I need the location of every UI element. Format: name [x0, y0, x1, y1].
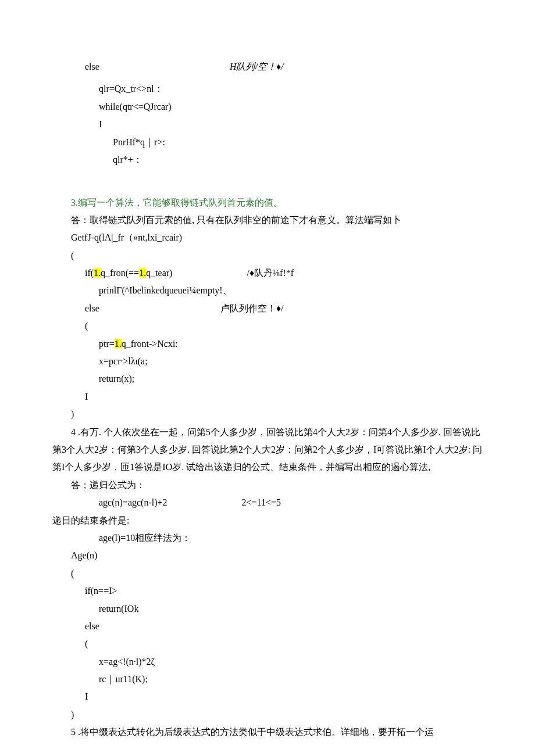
body-text: age(l)=10相应绊法为： — [99, 533, 191, 543]
code-line: I — [52, 688, 483, 705]
code-line: prinlΓ(^Ibelinkedqueuei¼empty!、 — [52, 282, 483, 299]
highlight-text: 1. — [115, 339, 122, 349]
comment-text: H队列/空！♦/ — [230, 58, 284, 76]
code-text: ( — [71, 250, 74, 260]
spacer — [99, 58, 230, 76]
question-4-block: 4 .有万. 个人依次坐在一起，问第5个人多少岁，回答说比第4个人大2岁：问第4… — [52, 424, 483, 476]
code-line: x=ag<!(n·l)*2ζ — [52, 653, 483, 671]
code-text: I — [85, 392, 88, 402]
code-line: else H队列/空！♦/ — [52, 58, 483, 76]
code-text: ) — [71, 409, 74, 419]
formula-left: agc(n)=agc(n-l)+2 — [99, 494, 167, 511]
code-text: rc｜ur11(K); — [99, 674, 148, 684]
code-text: ( — [71, 568, 74, 578]
code-text: ( — [85, 639, 88, 648]
code-line: ( — [52, 247, 483, 264]
highlight-text: 1. — [139, 268, 146, 278]
answer-line: 答：取得链式队列百元索的值, 只有在队列非空的前途下才有意义。算法端写如卜 — [52, 212, 483, 229]
body-text: 递日的结束条件是: — [52, 515, 129, 525]
code-text: I — [99, 119, 102, 129]
code-text: x=pcr·>lλι(a; — [99, 356, 148, 366]
code-line: ptr=1.q_front->Ncxi: — [52, 335, 483, 353]
code-text: I — [85, 691, 88, 701]
code-line: GetfJ-q(lA|_fr（»nt,lxi_rcair) — [52, 229, 483, 246]
code-text: qlr=Qx_tr<>nl： — [99, 84, 163, 94]
body-text: 答；递归公式为： — [71, 480, 145, 490]
code-left: if(1.q_fron(==1.q_tear) — [85, 264, 172, 282]
heading-text: 3.编写一个算法，它能够取得链式队列首元素的值。 — [71, 198, 283, 207]
q5-text: .将中缀表达式转化为后级表达式的方法类似于中级表达式求伯。详细地，要开拓一个运 — [76, 727, 434, 737]
comment-text: 卢队列作空！♦/ — [220, 300, 284, 317]
answer-label: 答；递归公式为： — [52, 476, 483, 494]
code-text: x=ag<!(n·l)*2ζ — [99, 657, 155, 667]
code-text: q_fron(== — [101, 268, 139, 278]
code-line: ( — [52, 317, 483, 335]
q4-number: 4 — [52, 427, 76, 437]
gap — [52, 76, 483, 80]
code-line: qlr*+： — [52, 151, 483, 169]
code-line: if(n==I> — [52, 582, 483, 600]
code-line: x=pcr·>lλι(a; — [52, 353, 483, 370]
code-text: PnrHf*q｜r>: — [113, 137, 165, 147]
code-line: I — [52, 388, 483, 406]
spacer — [99, 300, 220, 317]
section-gap — [52, 169, 483, 194]
code-text: else — [85, 621, 99, 631]
code-line: ) — [52, 406, 483, 423]
code-line: ) — [52, 706, 483, 723]
document-page: else H队列/空！♦/ qlr=Qx_tr<>nl： while(qtr<=… — [0, 0, 535, 756]
highlight-text: 1. — [94, 268, 101, 278]
code-line: while(qtr<=QJrcar) — [52, 98, 483, 116]
code-text: if(n==I> — [85, 586, 117, 596]
code-text: ) — [71, 710, 74, 719]
code-line: ( — [52, 565, 483, 582]
code-line: PnrHf*q｜r>: — [52, 134, 483, 151]
code-text: return(x); — [99, 374, 134, 384]
else-keyword: else — [85, 58, 99, 76]
code-line: I — [52, 116, 483, 133]
code-line: rc｜ur11(K); — [52, 671, 483, 688]
question-3-title: 3.编写一个算法，它能够取得链式队列首元素的值。 — [52, 194, 483, 212]
code-text: while(qtr<=QJrcar) — [99, 102, 172, 112]
code-text: ptr= — [99, 339, 115, 349]
code-line: if(1.q_fron(==1.q_tear) /♦队丹⅛f!*f — [52, 264, 483, 282]
code-text: GetfJ-q(lA|_fr（»nt,lxi_rcair) — [71, 232, 182, 242]
else-keyword: else — [85, 300, 99, 317]
code-line: else 卢队列作空！♦/ — [52, 300, 483, 317]
code-text: prinlΓ(^Ibelinkedqueuei¼empty!、 — [99, 285, 232, 295]
formula-right: 2<=11<=5 — [242, 494, 281, 511]
code-line: return(IOk — [52, 600, 483, 618]
comment-text: /♦队丹⅛f!*f — [247, 264, 294, 282]
code-line: Age(n) — [52, 547, 483, 564]
code-text: ( — [85, 321, 88, 331]
code-line: else — [52, 618, 483, 635]
code-text: q_tear) — [146, 268, 172, 278]
code-text: if( — [85, 268, 94, 278]
end-condition-value: age(l)=10相应绊法为： — [52, 529, 483, 547]
code-text: qlr*+： — [113, 155, 142, 164]
code-line: return(x); — [52, 370, 483, 388]
q4-text: .有万. 个人依次坐在一起，问第5个人多少岁，回答说比第4个人大2岁：问第4个人… — [52, 427, 482, 472]
spacer — [167, 494, 242, 511]
code-text: Age(n) — [71, 550, 97, 560]
q5-number: 5 — [52, 727, 76, 737]
code-text: q_front->Ncxi: — [122, 339, 178, 349]
spacer — [172, 264, 247, 282]
code-line: ( — [52, 635, 483, 653]
code-line: qlr=Qx_tr<>nl： — [52, 80, 483, 98]
formula-line: agc(n)=agc(n-l)+2 2<=11<=5 — [52, 494, 483, 511]
body-text: 答：取得链式队列百元索的值, 只有在队列非空的前途下才有意义。算法端写如卜 — [71, 215, 401, 225]
question-5-block: 5 .将中缀表达式转化为后级表达式的方法类似于中级表达式求伯。详细地，要开拓一个… — [52, 723, 483, 741]
end-condition-label: 递日的结束条件是: — [52, 512, 483, 529]
code-text: return(IOk — [99, 604, 138, 614]
